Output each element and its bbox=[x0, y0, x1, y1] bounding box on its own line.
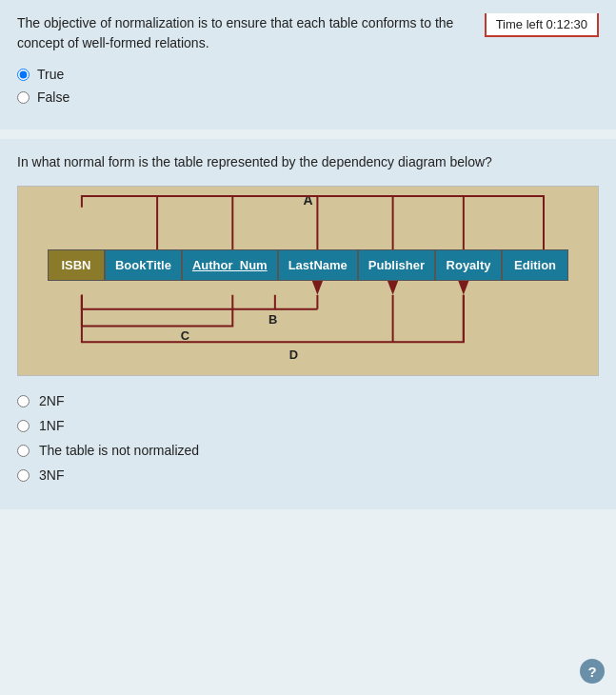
dependency-diagram: A bbox=[17, 186, 599, 376]
option-false-label: False bbox=[37, 89, 70, 105]
svg-text:C: C bbox=[181, 328, 189, 343]
label-a: A bbox=[303, 192, 312, 208]
svg-text:B: B bbox=[268, 312, 277, 327]
question1-section: Time left 0:12:30 The objective of norma… bbox=[0, 0, 616, 129]
option-1nf-label: 1NF bbox=[39, 418, 64, 433]
cell-edition: Edition bbox=[502, 249, 568, 281]
option-not-normalized-label: The table is not normalized bbox=[39, 443, 199, 458]
option-false[interactable]: False bbox=[17, 89, 599, 105]
option-not-normalized[interactable]: The table is not normalized bbox=[17, 443, 599, 458]
radio-1nf[interactable] bbox=[17, 420, 30, 432]
cell-isbn: ISBN bbox=[48, 249, 105, 281]
question2-text: In what normal form is the table represe… bbox=[17, 152, 599, 172]
option-true-label: True bbox=[37, 67, 64, 82]
radio-false[interactable] bbox=[17, 91, 30, 104]
option-2nf[interactable]: 2NF bbox=[17, 393, 599, 408]
cell-lastname: LastName bbox=[278, 249, 358, 281]
help-button[interactable]: ? bbox=[580, 659, 605, 684]
question2-section: In what normal form is the table represe… bbox=[0, 139, 616, 509]
option-1nf[interactable]: 1NF bbox=[17, 418, 599, 433]
option-true[interactable]: True bbox=[17, 67, 599, 82]
timer-box: Time left 0:12:30 bbox=[485, 13, 599, 37]
svg-text:D: D bbox=[289, 348, 298, 362]
answer-options: 2NF 1NF The table is not normalized 3NF bbox=[17, 393, 599, 483]
option-3nf-label: 3NF bbox=[39, 467, 64, 483]
cell-royalty: Royalty bbox=[435, 249, 502, 281]
cell-publisher: Publisher bbox=[358, 249, 435, 281]
cell-authornum: Author_Num bbox=[182, 249, 278, 281]
cell-booktitle: BookTitle bbox=[105, 249, 182, 281]
option-3nf[interactable]: 3NF bbox=[17, 467, 599, 483]
arrows-svg: B C D bbox=[18, 187, 598, 375]
option-2nf-label: 2NF bbox=[39, 393, 64, 408]
radio-true[interactable] bbox=[17, 69, 30, 81]
radio-not-normalized[interactable] bbox=[17, 445, 30, 457]
radio-3nf[interactable] bbox=[17, 469, 30, 482]
db-table: ISBN BookTitle Author_Num LastName Publi… bbox=[48, 249, 568, 281]
radio-2nf[interactable] bbox=[17, 395, 30, 407]
